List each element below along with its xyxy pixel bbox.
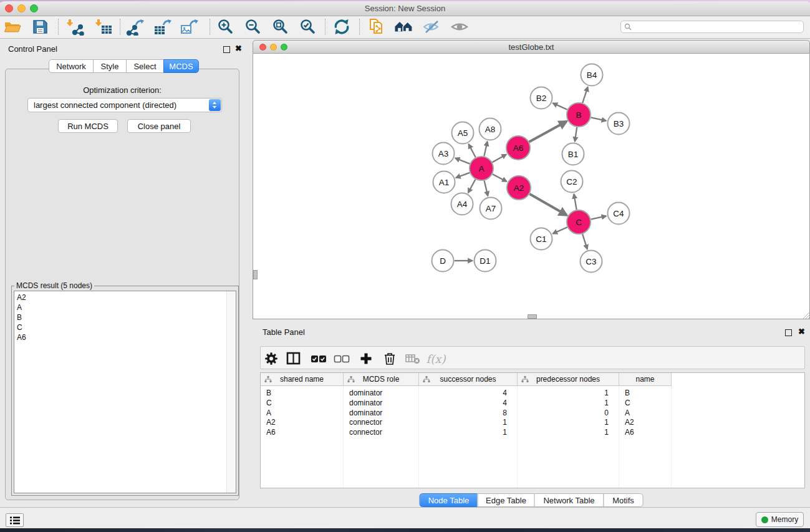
cell-predecessor-nodes[interactable]: 0 <box>518 408 619 418</box>
maximize-window-button[interactable] <box>30 4 38 12</box>
cell-MCDS-role[interactable]: dominator <box>344 408 419 418</box>
cell-predecessor-nodes[interactable]: 1 <box>518 427 619 437</box>
edge-A-A3[interactable] <box>455 158 470 164</box>
edge-B-B2[interactable] <box>553 103 567 109</box>
cell-shared-name[interactable]: B <box>261 388 344 398</box>
deselect-all-icon[interactable] <box>333 351 350 366</box>
tab-network-table[interactable]: Network Table <box>534 493 604 507</box>
network-canvas[interactable]: AA2A6BCA5A8A3A1A4A7B2B4B3B1C2C4C1C3DD1 <box>253 54 810 319</box>
search-box[interactable] <box>620 21 804 33</box>
mcds-result-item[interactable]: A2 <box>14 293 236 302</box>
edge-C-C3[interactable] <box>582 234 587 249</box>
save-session-icon[interactable] <box>31 17 49 36</box>
cell-predecessor-nodes[interactable]: 1 <box>518 398 619 408</box>
scrollbar-track[interactable] <box>226 291 236 493</box>
network-maximize-button[interactable] <box>281 44 287 51</box>
table-row[interactable]: Adominator80A <box>261 408 804 418</box>
float-table-panel-icon[interactable] <box>785 329 792 336</box>
node-table[interactable]: shared nameMCDS rolesuccessor nodesprede… <box>260 372 805 488</box>
memory-button[interactable]: Memory <box>756 512 804 527</box>
cell-name[interactable]: A2 <box>619 417 672 427</box>
network-graph[interactable]: AA2A6BCA5A8A3A1A4A7B2B4B3B1C2C4C1C3DD1 <box>253 54 809 319</box>
edge-A-A4[interactable] <box>468 180 476 193</box>
cell-successor-nodes[interactable]: 4 <box>419 388 518 398</box>
edge-B-B1[interactable] <box>575 127 577 142</box>
select-all-icon[interactable] <box>310 351 327 366</box>
edge-A-A6[interactable] <box>492 155 506 162</box>
zoom-out-icon[interactable] <box>243 17 262 36</box>
hide-selected-icon[interactable] <box>422 17 441 36</box>
close-panel-button[interactable]: Close panel <box>127 119 191 133</box>
edge-B-B4[interactable] <box>582 87 587 103</box>
column-header-successor-nodes[interactable]: successor nodes <box>419 373 518 386</box>
column-header-MCDS-role[interactable]: MCDS role <box>344 373 419 386</box>
cell-name[interactable]: B <box>619 388 672 398</box>
run-mcds-button[interactable]: Run MCDS <box>58 119 118 133</box>
tab-edge-table[interactable]: Edge Table <box>478 493 535 507</box>
horizontal-scroll-thumb[interactable] <box>528 314 537 319</box>
table-row[interactable]: Bdominator41B <box>261 388 804 398</box>
mcds-result-item[interactable]: C <box>14 322 236 332</box>
cell-successor-nodes[interactable]: 1 <box>419 427 518 437</box>
cell-predecessor-nodes[interactable]: 1 <box>518 388 619 398</box>
search-input[interactable] <box>632 21 803 32</box>
close-panel-icon[interactable]: ✖ <box>235 44 242 53</box>
cell-name[interactable]: A <box>619 408 672 418</box>
table-row[interactable]: A6connector11A6 <box>261 427 804 437</box>
close-window-button[interactable] <box>5 4 13 12</box>
delete-table-icon[interactable] <box>404 351 422 366</box>
vertical-scroll-thumb[interactable] <box>253 270 258 279</box>
split-columns-icon[interactable] <box>285 351 302 366</box>
close-table-panel-icon[interactable]: ✖ <box>798 327 805 336</box>
edge-C-C2[interactable] <box>574 194 576 210</box>
edge-B-B3[interactable] <box>591 117 606 120</box>
edge-A2-C[interactable] <box>529 194 567 215</box>
gear-icon[interactable] <box>263 351 280 366</box>
mcds-result-item[interactable]: B <box>14 312 236 322</box>
export-image-icon[interactable] <box>180 17 199 36</box>
zoom-in-icon[interactable] <box>216 17 234 36</box>
new-network-icon[interactable] <box>367 17 386 36</box>
cell-successor-nodes[interactable]: 1 <box>419 417 518 427</box>
minimize-window-button[interactable] <box>17 4 26 12</box>
mcds-result-item[interactable]: A <box>14 302 236 312</box>
export-table-icon[interactable] <box>153 17 172 36</box>
tab-node-table[interactable]: Node Table <box>420 493 478 507</box>
export-network-icon[interactable] <box>126 17 145 36</box>
cell-shared-name[interactable]: A <box>261 408 344 418</box>
edge-A-A7[interactable] <box>485 180 488 196</box>
edge-A-A8[interactable] <box>484 142 487 156</box>
cell-MCDS-role[interactable]: connector <box>344 427 419 437</box>
column-header-shared-name[interactable]: shared name <box>261 373 344 386</box>
network-minimize-button[interactable] <box>270 44 277 51</box>
edge-A-A1[interactable] <box>456 173 470 178</box>
delete-row-icon[interactable] <box>381 351 398 366</box>
cell-name[interactable]: C <box>619 398 672 408</box>
add-row-icon[interactable] <box>357 351 375 366</box>
import-table-icon[interactable] <box>94 17 113 36</box>
mcds-result-item[interactable]: A6 <box>14 332 236 342</box>
tab-motifs[interactable]: Motifs <box>604 493 644 507</box>
edge-C-C1[interactable] <box>553 227 567 233</box>
tab-style[interactable]: Style <box>93 59 127 73</box>
show-all-icon[interactable] <box>450 17 469 36</box>
home-view-icon[interactable] <box>395 17 413 36</box>
edge-C-C4[interactable] <box>591 216 606 219</box>
table-row[interactable]: A2connector11A2 <box>261 417 804 427</box>
tab-network[interactable]: Network <box>49 59 94 73</box>
cell-MCDS-role[interactable]: dominator <box>344 388 419 398</box>
mcds-result-list[interactable]: A2ABCA6 <box>14 291 236 493</box>
float-panel-icon[interactable] <box>223 46 230 53</box>
cell-name[interactable]: A6 <box>619 427 672 437</box>
task-history-button[interactable] <box>6 513 24 527</box>
window-titlebar[interactable]: Session: New Session <box>0 1 810 16</box>
apply-layout-icon[interactable] <box>332 17 351 36</box>
cell-shared-name[interactable]: A6 <box>261 427 344 437</box>
function-builder-icon[interactable]: f(x) <box>427 351 445 366</box>
open-session-icon[interactable] <box>3 17 22 36</box>
cell-successor-nodes[interactable]: 4 <box>419 398 518 408</box>
network-window-titlebar[interactable]: testGlobe.txt <box>253 40 810 54</box>
import-network-icon[interactable] <box>65 17 84 36</box>
edge-A-A5[interactable] <box>469 144 476 157</box>
column-header-predecessor-nodes[interactable]: predecessor nodes <box>518 373 619 386</box>
